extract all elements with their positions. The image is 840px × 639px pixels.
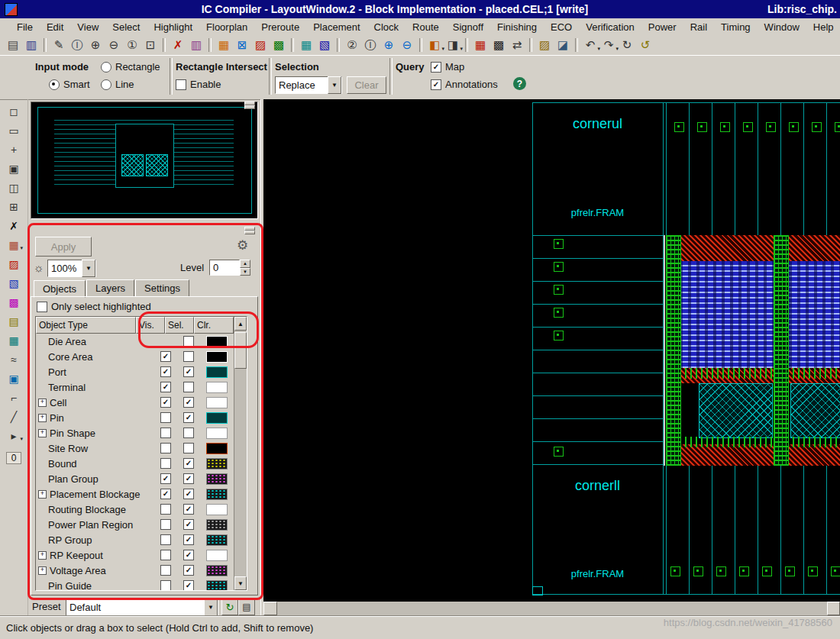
menu-preroute[interactable]: Preroute bbox=[255, 20, 305, 34]
vis-checkbox[interactable] bbox=[160, 534, 171, 545]
table-row[interactable]: Port✓✓ bbox=[36, 364, 234, 379]
enable-checkbox[interactable] bbox=[176, 79, 186, 90]
redo-icon[interactable]: ↷▾ bbox=[600, 37, 617, 53]
grid-red-icon[interactable]: ▦ bbox=[472, 37, 489, 53]
only-select-checkbox[interactable] bbox=[37, 302, 47, 312]
map-checkbox-row[interactable]: ✓Map bbox=[431, 61, 464, 73]
vis-checkbox[interactable] bbox=[160, 458, 171, 469]
column-header-vis[interactable]: Vis. bbox=[136, 317, 165, 334]
display-options-icon[interactable]: ◧▾ bbox=[426, 37, 443, 53]
spin-down-icon[interactable]: ▼ bbox=[240, 268, 250, 276]
level-value[interactable]: 0 bbox=[209, 260, 240, 276]
wire-icon[interactable]: ≈ bbox=[6, 352, 21, 367]
menu-route[interactable]: Route bbox=[406, 20, 445, 34]
chevron-down-icon[interactable]: ▼ bbox=[82, 260, 95, 277]
menu-power[interactable]: Power bbox=[642, 20, 683, 34]
paste-icon[interactable]: ◫ bbox=[6, 180, 21, 195]
hscroll-thumb[interactable] bbox=[263, 602, 277, 615]
vis-checkbox[interactable] bbox=[160, 580, 171, 590]
sel-checkbox[interactable] bbox=[183, 443, 194, 453]
grid-dark-icon[interactable]: ▩ bbox=[490, 37, 507, 53]
zoom-back-icon[interactable]: ⊖ bbox=[399, 37, 415, 53]
color-swatch[interactable] bbox=[206, 565, 228, 576]
color-swatch[interactable] bbox=[206, 428, 228, 439]
radio-smart[interactable]: Smart bbox=[49, 79, 90, 90]
stipple-icon[interactable]: ▥ bbox=[188, 37, 205, 53]
sel-checkbox[interactable]: ✓ bbox=[183, 534, 194, 545]
radio-line[interactable]: Line bbox=[101, 79, 134, 90]
menu-finishing[interactable]: Finishing bbox=[491, 20, 543, 34]
vis-checkbox[interactable] bbox=[160, 550, 171, 560]
table-row[interactable]: +Cell✓✓ bbox=[36, 395, 234, 410]
diagonal-icon[interactable]: ╱ bbox=[6, 409, 21, 424]
color-swatch[interactable] bbox=[206, 504, 228, 515]
table-row[interactable]: +Pin✓ bbox=[36, 410, 234, 425]
color-swatch[interactable] bbox=[206, 534, 228, 546]
table-row[interactable]: +Placement Blockage✓✓ bbox=[36, 486, 234, 502]
sel-checkbox[interactable]: ✓ bbox=[183, 550, 194, 560]
refresh-icon[interactable]: ↻ bbox=[619, 37, 635, 53]
sel-checkbox[interactable]: ✓ bbox=[183, 565, 194, 576]
scroll-down-icon[interactable]: ▼ bbox=[234, 576, 247, 590]
sel-checkbox[interactable] bbox=[183, 336, 194, 347]
only-select-row[interactable]: Only select highlighted bbox=[37, 301, 151, 312]
preset-refresh-icon[interactable]: ↻ bbox=[221, 599, 238, 615]
menu-placement[interactable]: Placement bbox=[307, 20, 366, 34]
layout-canvas[interactable]: cornerul pfrelr.FRAM cornerll pfrelr.FRA… bbox=[263, 99, 840, 602]
menu-clock[interactable]: Clock bbox=[368, 20, 405, 34]
pencil-icon[interactable]: ✎ bbox=[50, 37, 67, 53]
hatch-gold-icon[interactable]: ▨ bbox=[536, 37, 553, 53]
scroll-up-icon[interactable]: ▲ bbox=[234, 317, 247, 331]
color-swatch[interactable] bbox=[206, 580, 228, 591]
color-swatch[interactable] bbox=[206, 351, 228, 363]
via-icon[interactable]: ▣ bbox=[6, 371, 21, 386]
table-row[interactable]: Core Area✓ bbox=[36, 349, 234, 364]
flow-icon[interactable]: ▸▾ bbox=[6, 428, 21, 444]
vis-checkbox[interactable] bbox=[160, 412, 171, 423]
menu-timing[interactable]: Timing bbox=[715, 20, 757, 34]
vis-checkbox[interactable]: ✓ bbox=[160, 489, 171, 499]
panel-grip[interactable] bbox=[244, 231, 255, 234]
expand-icon[interactable]: + bbox=[38, 399, 47, 407]
column-header-objecttype[interactable]: Object Type bbox=[36, 317, 136, 334]
delete-icon[interactable]: ✗ bbox=[170, 37, 186, 53]
panel-grip[interactable] bbox=[244, 105, 255, 109]
menu-eco[interactable]: ECO bbox=[544, 20, 578, 34]
menu-help[interactable]: Help bbox=[807, 20, 840, 34]
overview-minimap[interactable] bbox=[31, 102, 258, 219]
hatch-red-icon[interactable]: ▨ bbox=[6, 257, 21, 272]
chevron-down-icon[interactable]: ▼ bbox=[328, 76, 341, 94]
vis-checkbox[interactable]: ✓ bbox=[160, 351, 171, 362]
sel-checkbox[interactable]: ✓ bbox=[183, 473, 194, 484]
column-header-clr[interactable]: Clr. bbox=[194, 317, 234, 334]
enable-checkbox-row[interactable]: Enable bbox=[176, 79, 221, 90]
menu-signoff[interactable]: Signoff bbox=[447, 20, 489, 34]
table-row[interactable]: Plan Group✓✓ bbox=[36, 471, 234, 486]
table-row[interactable]: Routing Blockage✓ bbox=[36, 502, 234, 517]
zoom-fit-icon[interactable]: ⊡ bbox=[142, 37, 159, 53]
close-icon[interactable]: ✗ bbox=[6, 218, 21, 234]
color-swatch[interactable] bbox=[206, 489, 228, 500]
expand-icon[interactable]: + bbox=[38, 490, 47, 499]
sel-checkbox[interactable]: ✓ bbox=[183, 366, 194, 377]
sel-checkbox[interactable]: ✓ bbox=[183, 458, 194, 469]
map-mode-icon[interactable]: ▩ bbox=[270, 37, 287, 53]
red-hatch-icon[interactable]: ▨ bbox=[252, 37, 269, 53]
expand-icon[interactable]: + bbox=[38, 566, 47, 575]
color-swatch[interactable] bbox=[206, 473, 228, 485]
clear-button[interactable]: Clear bbox=[347, 76, 386, 94]
dots-magenta-icon[interactable]: ▩ bbox=[6, 295, 21, 310]
color-swatch[interactable] bbox=[206, 382, 228, 393]
vis-checkbox[interactable] bbox=[160, 428, 171, 438]
vis-checkbox[interactable] bbox=[160, 443, 171, 453]
gear-icon[interactable]: ⚙ bbox=[237, 237, 248, 253]
palette-icon[interactable]: ▦▾ bbox=[6, 237, 21, 253]
rows-olive-icon[interactable]: ▤ bbox=[6, 314, 21, 329]
app-icon[interactable] bbox=[5, 3, 18, 16]
sel-checkbox[interactable]: ✓ bbox=[183, 504, 194, 515]
info-icon[interactable]: Ⓘ bbox=[69, 37, 86, 53]
open-icon[interactable]: ▤ bbox=[5, 37, 21, 53]
menu-verification[interactable]: Verification bbox=[580, 20, 641, 34]
swap-view-icon[interactable]: ⇄ bbox=[509, 37, 525, 53]
vis-checkbox[interactable]: ✓ bbox=[160, 382, 171, 392]
